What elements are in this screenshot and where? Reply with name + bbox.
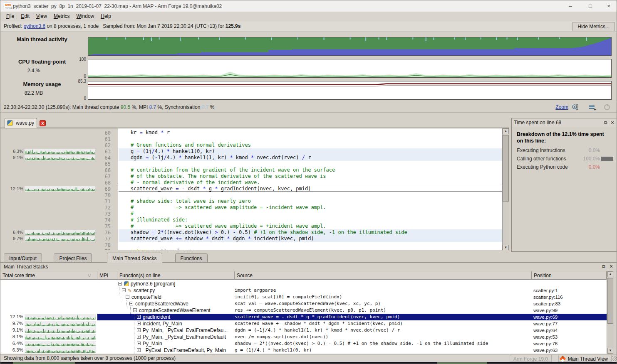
tab-functions[interactable]: Functions — [175, 253, 208, 263]
table-row[interactable]: −python3.6 [program] — [0, 280, 607, 287]
stacks-vertical-scrollbar[interactable]: ▲ ▼ — [607, 271, 614, 354]
select-text-icon[interactable]: A — [572, 103, 579, 111]
metrics-list-icon[interactable] — [588, 103, 596, 111]
code-line-63[interactable]: g = (1j/4.) * hankel1(0, kr) — [119, 148, 502, 155]
scrollbar-thumb[interactable] — [503, 135, 509, 202]
total-core-time-cell — [0, 294, 97, 300]
view-selector[interactable]: Main Thread View — [558, 355, 612, 362]
code-line-66[interactable]: # contribution from the gradient of the … — [119, 167, 502, 173]
editor-gutter: 6061626.3%639.1%646566676812.1%697071727… — [0, 128, 118, 250]
table-row[interactable]: −computeScatteredWavescat_val = wave.com… — [0, 300, 607, 307]
code-line-61[interactable] — [119, 136, 502, 142]
main-thread-activity-chart[interactable] — [88, 37, 612, 56]
menu-file[interactable]: File — [3, 12, 17, 20]
code-line-62[interactable]: # Green functions and normal derivatives — [119, 142, 502, 148]
range-segment: %, MPI — [130, 104, 149, 110]
float-panel-icon[interactable]: ⧉ — [601, 263, 607, 269]
row-cells: −✎scatter.pyimport argparsescatter.py:1 — [97, 287, 607, 294]
line-number: 61 — [97, 136, 111, 142]
range-segment: 90.5 — [121, 104, 130, 110]
table-row[interactable]: −✎scatter.pyimport argparsescatter.py:1 — [0, 287, 607, 294]
code-line-76[interactable]: shadow = 2*((nvec.dot(kvec) > 0.) - 0.5)… — [119, 229, 502, 236]
close-button[interactable]: × — [605, 3, 612, 10]
expand-expander-icon[interactable]: + — [137, 348, 141, 352]
row-time-percent: 9.1% — [0, 327, 23, 332]
tab-main-thread-stacks[interactable]: Main Thread Stacks — [107, 253, 162, 263]
tab-wave-py[interactable]: wave.py x — [5, 118, 37, 128]
collapse-expander-icon[interactable]: − — [122, 288, 126, 292]
code-line-73[interactable]: # — [119, 211, 502, 217]
expand-expander-icon[interactable]: + — [137, 328, 141, 332]
hide-metrics-button[interactable]: Hide Metrics... — [572, 22, 615, 31]
expand-expander-icon[interactable]: + — [137, 335, 141, 339]
code-line-64[interactable]: dgdn = (-1j/4.) * hankel1(1, kr) * kmod … — [119, 155, 502, 161]
column-header-function-s-on-line[interactable]: Function(s) on line — [117, 271, 235, 280]
line-number: 70 — [97, 192, 111, 198]
column-header-position[interactable]: Position — [532, 271, 607, 280]
scrollbar-thumb[interactable] — [607, 278, 613, 324]
minimize-button[interactable]: – — [567, 3, 574, 10]
table-row[interactable]: 6.4%+Py_Mainshadow = 2*((nvec.dot(kvec) … — [0, 340, 607, 347]
code-line-65[interactable] — [119, 161, 502, 167]
close-panel-icon[interactable]: ✕ — [610, 120, 615, 125]
scroll-up-icon[interactable]: ▲ — [503, 128, 509, 134]
code-line-75[interactable]: # => scattered wave amplitude = +inciden… — [119, 223, 502, 229]
table-row[interactable]: −computeFieldinci[i0], scat[i0] = comput… — [0, 294, 607, 300]
scroll-down-icon[interactable]: ▼ — [607, 348, 613, 354]
editor-vertical-scrollbar[interactable]: ▲ ▼ — [502, 128, 509, 250]
code-line-70[interactable] — [119, 192, 502, 198]
code-line-72[interactable]: # => scattered wave amplitude = -inciden… — [119, 204, 502, 211]
gutter-row: 66 — [0, 167, 118, 173]
line-number: 76 — [97, 230, 111, 236]
maximize-button[interactable]: □ — [587, 3, 594, 10]
expand-expander-icon[interactable]: + — [137, 315, 141, 319]
line-number: 79 — [97, 248, 111, 250]
code-line-69[interactable]: scattered_wave = - dsdt * g * gradIncide… — [119, 186, 502, 192]
scroll-up-icon[interactable]: ▲ — [607, 271, 613, 277]
menu-edit[interactable]: Edit — [17, 12, 33, 20]
menu-help[interactable]: Help — [97, 12, 114, 20]
collapse-expander-icon[interactable]: − — [126, 295, 129, 299]
cpu-floating-point-chart[interactable] — [88, 59, 612, 78]
code-line-77[interactable]: scattered_wave += shadow * dsdt * dgdn *… — [119, 236, 502, 242]
column-header-source[interactable]: Source — [235, 271, 532, 280]
collapse-expander-icon[interactable]: − — [118, 282, 122, 285]
code-line-67[interactable]: # of the obstacle. The normal derivative… — [119, 173, 502, 180]
code-line-74[interactable]: # illuminated side: — [119, 217, 502, 223]
table-row[interactable]: 8.1%+Py_Main, _PyEval_EvalFrameDefaultnv… — [0, 334, 607, 340]
float-panel-icon[interactable]: ⧉ — [603, 120, 609, 125]
code-line-68[interactable]: # - normal derivative of the incident wa… — [119, 180, 502, 186]
zoom-link[interactable]: Zoom — [555, 104, 568, 110]
table-row[interactable]: −computeScatteredWaveElementres += compu… — [0, 307, 607, 314]
tab-input-output[interactable]: Input/Output — [4, 253, 42, 263]
table-row[interactable]: 9.1%+Py_Main, _PyEval_EvalFrameDefau...d… — [0, 327, 607, 334]
menu-metrics[interactable]: Metrics — [50, 12, 73, 20]
collapse-expander-icon[interactable]: − — [129, 302, 133, 305]
table-row[interactable]: 12.1%+gradIncidentscattered_wave = - dsd… — [0, 314, 607, 320]
column-header-total-core-time[interactable]: Total core time — [0, 271, 97, 280]
close-panel-icon[interactable]: ✕ — [608, 263, 614, 269]
collapse-expander-icon[interactable]: − — [133, 308, 137, 312]
resize-grip[interactable] — [612, 356, 617, 361]
code-line-60[interactable]: kr = kmod * r — [119, 130, 502, 136]
memory-usage-chart[interactable] — [88, 81, 612, 100]
tab-project-files[interactable]: Project Files — [54, 253, 92, 263]
profile-summary-bar: Profiled: python3.6 on 8 processes, 1 no… — [0, 21, 617, 32]
expand-expander-icon[interactable]: + — [137, 322, 141, 325]
menu-view[interactable]: View — [33, 12, 50, 20]
table-row[interactable]: 9.7%+incident, Py_Mainscattered_wave += … — [0, 320, 607, 327]
line-time-sparkline — [25, 149, 95, 154]
line-number: 77 — [97, 236, 111, 242]
code-line-78[interactable] — [119, 242, 502, 248]
scroll-down-icon[interactable]: ▼ — [503, 245, 509, 250]
tab-close-icon[interactable]: x — [40, 120, 46, 126]
expand-expander-icon[interactable]: + — [137, 342, 141, 345]
code-line-79[interactable]: return scattered_wave — [119, 248, 502, 250]
editor-tabbar: wave.py x — [0, 118, 509, 128]
time-spent-panel-header: Time spent on line 69 ⧉ ✕ — [512, 118, 617, 127]
column-header-mpi[interactable]: MPI — [97, 271, 117, 280]
table-row[interactable]: 6.3%+_PyEval_EvalFrameDefault, Py_Maing … — [0, 347, 607, 354]
menu-window[interactable]: Window — [73, 12, 98, 20]
executable-link[interactable]: python3.6 — [23, 23, 45, 29]
code-line-71[interactable]: # shadow side: total wave is nearly zero — [119, 198, 502, 204]
